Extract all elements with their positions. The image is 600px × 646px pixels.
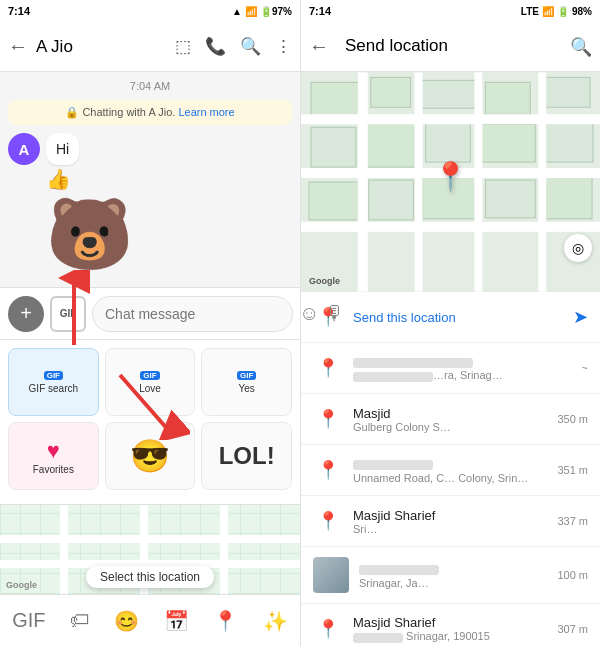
svg-rect-9 <box>311 127 356 167</box>
sticker-girl-emoji: 😎 <box>130 437 170 475</box>
loc-icon-1: 📍 <box>313 353 343 383</box>
loc-sub-4: Sri… <box>353 523 547 535</box>
loc-sub-1: …ra, Srinag… <box>353 369 572 381</box>
loc-dist-4: 337 m <box>557 515 588 527</box>
svg-rect-25 <box>538 72 546 291</box>
google-logo-tray: Google <box>6 580 37 590</box>
road-h1 <box>0 535 300 543</box>
input-bar: + GIF ☺ 🎙 <box>0 287 300 339</box>
svg-rect-8 <box>540 77 590 107</box>
svg-rect-24 <box>474 72 482 291</box>
loc-sub-6: Srinagar, 190015 <box>353 630 547 642</box>
time-left: 7:14 <box>8 5 30 17</box>
header-left: ← A Jio ⬚ 📞 🔍 ⋮ <box>0 22 300 72</box>
loc-name-6: Masjid Sharief <box>353 615 547 630</box>
video-icon[interactable]: ⬚ <box>175 36 191 57</box>
svg-rect-12 <box>480 124 535 162</box>
avatar: A <box>8 133 40 165</box>
nav-sticker-icon[interactable]: 🏷 <box>70 609 90 632</box>
contact-name: A Jio <box>36 37 167 57</box>
screen-title: Send location <box>337 22 562 72</box>
chat-area: 7:04 AM 🔒 Chatting with A Jio. Learn mor… <box>0 72 300 287</box>
favorites-cell[interactable]: ♥ Favorites <box>8 422 99 490</box>
back-button-right[interactable]: ← <box>309 35 329 58</box>
add-button[interactable]: + <box>8 296 44 332</box>
gif-icon: GIF <box>60 308 77 319</box>
mic-button[interactable]: 🎙 <box>325 302 345 325</box>
location-item-blurred-1[interactable]: 📍 …ra, Srinag… ~ <box>301 343 600 394</box>
loc-sub-5: Srinagar, Ja… <box>359 577 547 589</box>
gif-yes-cell[interactable]: GIF Yes <box>201 348 292 416</box>
chat-message-input[interactable] <box>92 296 293 332</box>
svg-rect-22 <box>358 72 368 291</box>
loc-dist-5: 100 m <box>557 569 588 581</box>
nav-emoji-icon[interactable]: 😊 <box>114 609 139 633</box>
signal-right: 📶 <box>542 6 554 17</box>
loc-name-4: Masjid Sharief <box>353 508 547 523</box>
phone-icon[interactable]: 📞 <box>205 36 226 57</box>
location-item-thumb[interactable]: Srinagar, Ja… 100 m <box>301 547 600 604</box>
gif-love-cell[interactable]: GIF Love <box>105 348 196 416</box>
location-item-masjid-sharief-2[interactable]: 📍 Masjid Sharief Srinagar, 190015 307 m <box>301 604 600 646</box>
back-button-left[interactable]: ← <box>8 35 28 58</box>
location-item-blurred-2[interactable]: 📍 Unnamed Road, C… Colony, Srin… 351 m <box>301 445 600 496</box>
select-location-button[interactable]: Select this location <box>86 566 214 588</box>
loc-thumb-image <box>313 557 349 593</box>
loc-dist-2: 350 m <box>557 413 588 425</box>
loc-name-3 <box>353 457 547 472</box>
loc-sub-2: Gulberg Colony S… <box>353 421 547 433</box>
send-loc-info: Send this location <box>353 310 563 325</box>
status-icons-right: LTE 📶 🔋 98% <box>521 6 592 17</box>
lol-icon: LOL! <box>219 442 275 470</box>
map-main: 📍 ◎ Google <box>301 72 600 292</box>
lol-sticker-cell[interactable]: LOL! <box>201 422 292 490</box>
svg-rect-15 <box>369 180 414 220</box>
message-row-hi: A Hi 👍 <box>0 129 300 195</box>
thumb-emoji: 👍 <box>46 167 79 191</box>
loc-info-2: Masjid Gulberg Colony S… <box>353 406 547 433</box>
nav-calendar-icon[interactable]: 📅 <box>164 609 189 633</box>
loc-info-1: …ra, Srinag… <box>353 354 572 381</box>
send-this-location-label: Send this location <box>353 310 563 325</box>
svg-rect-19 <box>301 114 600 124</box>
gif-search-label: GIF search <box>29 383 78 394</box>
search-button-right[interactable]: 🔍 <box>570 36 592 58</box>
loc-info-6: Masjid Sharief Srinagar, 190015 <box>353 615 547 642</box>
svg-rect-6 <box>421 80 476 108</box>
loc-icon-4: 📍 <box>313 506 343 536</box>
location-item-masjid-sharief-1[interactable]: 📍 Masjid Sharief Sri… 337 m <box>301 496 600 547</box>
nav-sparkle-icon[interactable]: ✨ <box>263 609 288 633</box>
chat-timestamp: 7:04 AM <box>0 72 300 96</box>
svg-rect-4 <box>311 82 361 117</box>
map-pin: 📍 <box>433 160 468 193</box>
send-direction-button[interactable]: ➤ <box>573 306 588 328</box>
emoji-button[interactable]: ☺ <box>299 302 319 325</box>
nav-gif-icon[interactable]: GIF <box>12 609 45 632</box>
loc-dist-3: 351 m <box>557 464 588 476</box>
favorites-label: Favorites <box>33 464 74 475</box>
gif-button[interactable]: GIF <box>50 296 86 332</box>
gif-love-label: Love <box>139 383 161 394</box>
loc-info-4: Masjid Sharief Sri… <box>353 508 547 535</box>
tray-row-2: ♥ Favorites 😎 LOL! <box>8 422 292 490</box>
sticker-tray: GIF GIF search GIF Love GIF Yes ♥ Favori… <box>0 339 300 504</box>
loc-name-1 <box>353 354 572 369</box>
gif-search-cell[interactable]: GIF GIF search <box>8 348 99 416</box>
svg-rect-17 <box>485 180 535 218</box>
road-v3 <box>220 505 228 594</box>
nav-pin-icon[interactable]: 📍 <box>213 609 238 633</box>
location-item-masjid[interactable]: 📍 Masjid Gulberg Colony S… 350 m <box>301 394 600 445</box>
loc-dist-1: ~ <box>582 362 588 374</box>
header-icons-left: ⬚ 📞 🔍 ⋮ <box>175 36 292 57</box>
learn-more-link[interactable]: Learn more <box>178 106 234 118</box>
loc-dist-6: 307 m <box>557 623 588 635</box>
more-icon[interactable]: ⋮ <box>275 36 292 57</box>
info-text: 🔒 Chatting with A Jio. <box>65 106 175 118</box>
send-this-location-item[interactable]: 📍 Send this location ➤ <box>301 292 600 343</box>
compass-button[interactable]: ◎ <box>564 234 592 262</box>
tray-row-1: GIF GIF search GIF Love GIF Yes <box>8 348 292 416</box>
svg-rect-5 <box>371 77 411 107</box>
search-icon-left[interactable]: 🔍 <box>240 36 261 57</box>
sticker-girl-cell[interactable]: 😎 <box>105 422 196 490</box>
location-list: 📍 Send this location ➤ 📍 …ra, Srinag… ~ … <box>301 292 600 646</box>
